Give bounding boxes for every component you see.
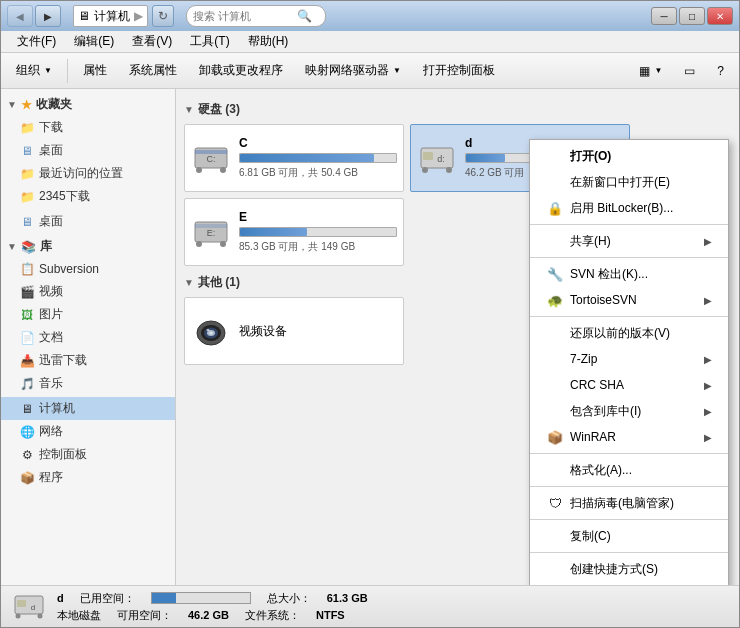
menu-edit[interactable]: 编辑(E): [66, 31, 122, 52]
address-breadcrumb[interactable]: 🖥 计算机 ▶: [73, 5, 148, 27]
ctx-item-----a----[interactable]: 格式化(A)...: [530, 457, 728, 483]
map-drive-button[interactable]: 映射网络驱动器 ▼: [296, 57, 410, 85]
sidebar-item-music[interactable]: 🎵 音乐: [1, 372, 175, 395]
ctx-item--------s-[interactable]: 创建快捷方式(S): [530, 556, 728, 582]
organize-label: 组织: [16, 62, 40, 79]
other-section-label: 其他 (1): [198, 274, 240, 291]
menu-tools[interactable]: 工具(T): [182, 31, 237, 52]
ctx-item----h-[interactable]: 共享(H)▶: [530, 228, 728, 254]
back-button[interactable]: ◀: [7, 5, 33, 27]
ctx-item----o-[interactable]: 打开(O): [530, 143, 728, 169]
ctx-item----bitlocker-b----[interactable]: 🔒启用 BitLocker(B)...: [530, 195, 728, 221]
menu-file[interactable]: 文件(F): [9, 31, 64, 52]
map-drive-label: 映射网络驱动器: [305, 62, 389, 79]
forward-button[interactable]: ▶: [35, 5, 61, 27]
ctx-item-tortoisesvn[interactable]: 🐢TortoiseSVN▶: [530, 287, 728, 313]
svg-rect-22: [17, 600, 26, 607]
sidebar-item-docs[interactable]: 📄 文档: [1, 326, 175, 349]
sidebar-item-desktop2[interactable]: 🖥 桌面: [1, 210, 175, 233]
drive-e-bar-fill: [240, 228, 307, 236]
sidebar-item-downloads[interactable]: 📁 下载: [1, 116, 175, 139]
status-row-1: d 已用空间： 总大小： 61.3 GB: [57, 591, 368, 606]
sidebar-item-subversion[interactable]: 📋 Subversion: [1, 258, 175, 280]
search-box[interactable]: 🔍: [186, 5, 326, 27]
ctx-item---------e-[interactable]: 在新窗口中打开(E): [530, 169, 728, 195]
ctx-item-svn----k----[interactable]: 🔧SVN 检出(K)...: [530, 261, 728, 287]
status-total-value: 61.3 GB: [327, 592, 368, 604]
favorites-header[interactable]: ▼ ★ 收藏夹: [1, 93, 175, 116]
organize-button[interactable]: 组织 ▼: [7, 57, 61, 85]
context-menu: 打开(O)在新窗口中打开(E)🔒启用 BitLocker(B)...共享(H)▶…: [529, 139, 729, 585]
ctx-item-------i-[interactable]: 包含到库中(I)▶: [530, 398, 728, 424]
uninstall-button[interactable]: 卸载或更改程序: [190, 57, 292, 85]
library-header[interactable]: ▼ 📚 库: [1, 235, 175, 258]
drive-d-bar-fill: [466, 154, 505, 162]
sidebar-item-video[interactable]: 🎬 视频: [1, 280, 175, 303]
menu-help[interactable]: 帮助(H): [240, 31, 297, 52]
help-button[interactable]: ?: [708, 57, 733, 85]
ctx-icon-1: [546, 173, 564, 191]
close-button[interactable]: ✕: [707, 7, 733, 25]
sidebar-item-recent[interactable]: 📁 最近访问的位置: [1, 162, 175, 185]
maximize-button[interactable]: □: [679, 7, 705, 25]
menu-view[interactable]: 查看(V): [124, 31, 180, 52]
view-toggle-button[interactable]: ▦ ▼: [630, 57, 671, 85]
ctx-sep-18: [530, 519, 728, 520]
drive-c-size: 6.81 GB 可用，共 50.4 GB: [239, 166, 397, 180]
sidebar-item-network[interactable]: 🌐 网络: [1, 420, 175, 443]
pane-button[interactable]: ▭: [675, 57, 704, 85]
ctx-icon-9: [546, 324, 564, 342]
status-bar: d d 已用空间： 总大小： 61.3 GB 本地磁盘 可用空间： 46.2 G…: [1, 585, 739, 627]
computer-label: 计算机: [39, 400, 75, 417]
subversion-icon: 📋: [19, 261, 35, 277]
favorites-section: ▼ ★ 收藏夹 📁 下载 🖥 桌面 📁 最近访问的位置 📁: [1, 93, 175, 208]
address-computer-icon: 🖥: [78, 9, 90, 23]
drive-d-icon: d:: [417, 138, 457, 178]
sidebar-item-pictures[interactable]: 🖼 图片: [1, 303, 175, 326]
ctx-item-----------[interactable]: 🛡扫描病毒(电脑管家): [530, 490, 728, 516]
ctx-label-6: SVN 检出(K)...: [570, 266, 648, 283]
uninstall-label: 卸载或更改程序: [199, 62, 283, 79]
status-total-label: 总大小：: [267, 591, 311, 606]
help-icon: ?: [717, 64, 724, 78]
view-icon: ▦: [639, 64, 650, 78]
sidebar-item-computer[interactable]: 🖥 计算机: [1, 397, 175, 420]
drive-card-c[interactable]: C: C 6.81 GB 可用，共 50.4 GB: [184, 124, 404, 192]
menu-bar: 文件(F) 编辑(E) 查看(V) 工具(T) 帮助(H): [1, 31, 739, 53]
minimize-button[interactable]: ─: [651, 7, 677, 25]
ctx-sep-3: [530, 224, 728, 225]
ctx-item-7-zip[interactable]: 7-Zip▶: [530, 346, 728, 372]
sidebar-item-desktop[interactable]: 🖥 桌面: [1, 139, 175, 162]
sidebar-item-programs[interactable]: 📦 程序: [1, 466, 175, 489]
hard-disk-section-arrow[interactable]: ▼: [184, 104, 194, 115]
svg-point-13: [220, 241, 226, 247]
sidebar-item-2345[interactable]: 📁 2345下载: [1, 185, 175, 208]
ctx-icon-21: [546, 560, 564, 578]
desktop-section: 🖥 桌面: [1, 210, 175, 233]
sidebar-item-controlpanel[interactable]: ⚙ 控制面板: [1, 443, 175, 466]
subversion-label: Subversion: [39, 262, 99, 276]
ctx-label-15: 格式化(A)...: [570, 462, 632, 479]
ctx-label-12: 包含到库中(I): [570, 403, 641, 420]
ctx-item-winrar[interactable]: 📦WinRAR▶: [530, 424, 728, 450]
ctx-label-11: CRC SHA: [570, 378, 624, 392]
ctx-icon-2: 🔒: [546, 199, 564, 217]
status-used-bar-bg: [151, 592, 251, 604]
ctx-item-crc-sha[interactable]: CRC SHA▶: [530, 372, 728, 398]
drive-card-e[interactable]: E: E 85.3 GB 可用，共 149 GB: [184, 198, 404, 266]
favorites-star-icon: ★: [21, 98, 32, 112]
ctx-sep-20: [530, 552, 728, 553]
ctx-item---------v-[interactable]: 还原以前的版本(V): [530, 320, 728, 346]
2345-icon: 📁: [19, 189, 35, 205]
properties-button[interactable]: 属性: [74, 57, 116, 85]
sidebar-item-thunder[interactable]: 📥 迅雷下载: [1, 349, 175, 372]
search-input[interactable]: [193, 10, 293, 22]
other-section-arrow[interactable]: ▼: [184, 277, 194, 288]
system-properties-button[interactable]: 系统属性: [120, 57, 186, 85]
device-card-camera[interactable]: 视频设备: [184, 297, 404, 365]
address-go-button[interactable]: ↻: [152, 5, 174, 27]
ctx-item----c-[interactable]: 复制(C): [530, 523, 728, 549]
ctx-item-----m-[interactable]: 重命名(M): [530, 582, 728, 585]
open-control-panel-button[interactable]: 打开控制面板: [414, 57, 504, 85]
drive-e-info: E 85.3 GB 可用，共 149 GB: [239, 210, 397, 254]
